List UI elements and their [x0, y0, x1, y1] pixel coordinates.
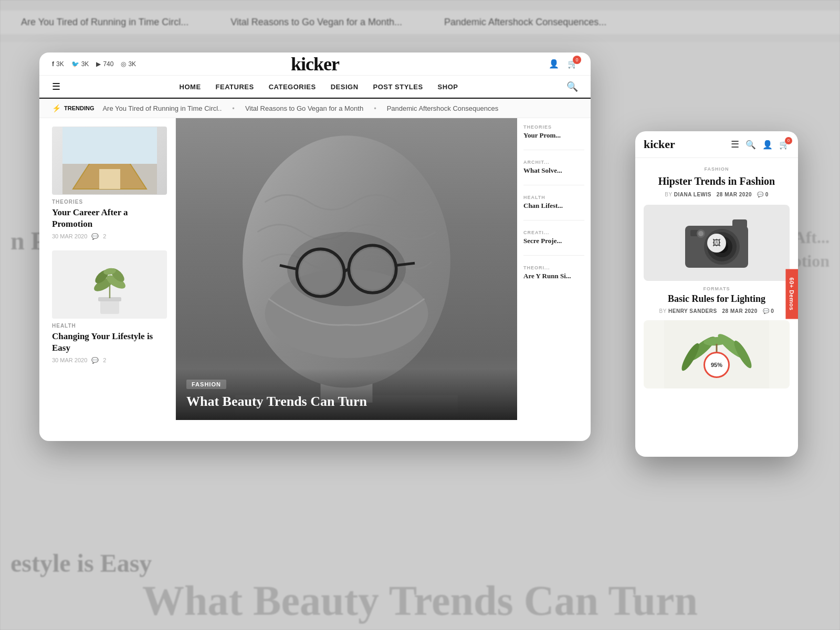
- svg-point-38: [698, 231, 704, 236]
- mobile-featured-title[interactable]: Hipster Trends in Fashion: [644, 175, 790, 187]
- mobile-nav-icons: ☰ 🔍 👤 🛒 0: [731, 139, 790, 150]
- trending-item-2[interactable]: Vital Reasons to Go Vegan for a Month: [245, 104, 363, 112]
- trending-text: TRENDING: [64, 105, 94, 111]
- right-cat-3: HEALTH: [523, 195, 584, 200]
- nav-links: HOME FEATURES CATEGORIES DESIGN POST STY…: [71, 83, 566, 91]
- mobile-plant-image: 95%: [644, 320, 790, 388]
- nav-post-styles[interactable]: POST STYLES: [373, 83, 423, 91]
- mobile-camera-article-category: FORMATS: [644, 286, 790, 291]
- svg-rect-4: [62, 127, 157, 164]
- user-icon[interactable]: 👤: [549, 59, 559, 69]
- youtube-icon: ▶: [96, 60, 101, 68]
- instagram-icon: ◎: [121, 60, 126, 68]
- percent-badge: 95%: [704, 352, 730, 378]
- nav-features[interactable]: FEATURES: [216, 83, 254, 91]
- twitter-icon: 🐦: [71, 60, 79, 68]
- mobile-cart-wrapper[interactable]: 🛒 0: [779, 140, 790, 150]
- desktop-main-content: THEORIES Your Career After a Promotion 3…: [39, 118, 591, 420]
- bg-bottom-heading: estyle is Easy: [10, 549, 152, 578]
- bg-large-heading: What Beauty Trends Can Turn: [0, 577, 840, 630]
- twitter-link[interactable]: 🐦 3K: [71, 60, 89, 68]
- triangle-building-svg: [62, 127, 157, 194]
- lifestyle-article-image: [52, 250, 167, 319]
- nav-home[interactable]: HOME: [180, 83, 201, 91]
- article-card-career: THEORIES Your Career After a Promotion 3…: [52, 127, 167, 240]
- svg-rect-30: [732, 219, 747, 228]
- nav-categories[interactable]: CATEGORIES: [269, 83, 316, 91]
- lifestyle-article-date: 30 MAR 2020: [52, 357, 87, 364]
- featured-title[interactable]: What Beauty Trends Can Turn: [186, 393, 507, 410]
- right-title-3[interactable]: Chan Lifest...: [523, 202, 584, 211]
- career-article-comments: 2: [103, 233, 106, 240]
- trending-item-3[interactable]: Pandemic Aftershock Consequences: [387, 104, 498, 112]
- mobile-user-icon[interactable]: 👤: [762, 140, 773, 150]
- mobile-content: FASHION Hipster Trends in Fashion BY DIA…: [635, 158, 798, 454]
- trending-dot-2: •: [374, 104, 376, 112]
- youtube-count: 740: [103, 60, 113, 68]
- left-column: THEORIES Your Career After a Promotion 3…: [39, 118, 176, 420]
- career-article-title[interactable]: Your Career After a Promotion: [52, 207, 167, 230]
- mobile-camera-article-title[interactable]: Basic Rules for Lighting: [644, 293, 790, 305]
- career-article-category: THEORIES: [52, 199, 167, 205]
- trending-bar: ⚡ TRENDING Are You Tired of Running in T…: [39, 99, 591, 118]
- mobile-camera-date: 28 MAR 2020: [722, 308, 758, 314]
- instagram-link[interactable]: ◎ 3K: [121, 60, 136, 68]
- right-title-4[interactable]: Secre Proje...: [523, 237, 584, 246]
- lifestyle-comment-icon: 💬: [91, 357, 99, 364]
- bg-ticker-item-1: Are You Tired of Running in Time Circl..…: [21, 17, 188, 28]
- svg-rect-6: [100, 299, 119, 314]
- social-links: f 3K 🐦 3K ▶ 740 ◎ 3K: [52, 60, 136, 68]
- right-title-1[interactable]: Your Prom...: [523, 131, 584, 140]
- svg-point-27: [352, 248, 393, 290]
- plant-svg: [73, 253, 146, 316]
- article-card-lifestyle: HEALTH Changing Your Lifestyle is Easy 3…: [52, 250, 167, 364]
- right-article-3: HEALTH Chan Lifest...: [523, 195, 584, 220]
- right-article-1: THEORIES Your Prom...: [523, 124, 584, 150]
- mobile-modal: kicker ☰ 🔍 👤 🛒 0 FASHION Hipster Trends …: [635, 131, 798, 457]
- right-cat-1: THEORIES: [523, 124, 584, 130]
- right-title-5[interactable]: Are Y Runn Si...: [523, 272, 584, 281]
- trending-bolt-icon: ⚡: [52, 104, 61, 112]
- demos-tab[interactable]: 60+ Demos: [786, 269, 798, 319]
- career-comment-icon: 💬: [91, 233, 99, 240]
- mobile-featured-date: 28 MAR 2020: [717, 192, 752, 197]
- featured-overlay: FASHION What Beauty Trends Can Turn: [176, 369, 517, 420]
- facebook-icon: f: [52, 60, 54, 68]
- right-cat-2: ARCHIT...: [523, 160, 584, 165]
- lifestyle-article-category: HEALTH: [52, 323, 167, 329]
- mobile-camera-image: 🖼: [644, 205, 790, 281]
- trending-label: ⚡ TRENDING: [52, 104, 94, 112]
- svg-rect-3: [99, 169, 120, 189]
- nav-design[interactable]: DESIGN: [331, 83, 359, 91]
- search-icon[interactable]: 🔍: [566, 81, 578, 92]
- bg-ticker-item-2: Vital Reasons to Go Vegan for a Month...: [230, 17, 402, 28]
- hamburger-menu-icon[interactable]: ☰: [52, 81, 60, 92]
- featured-category-badge: FASHION: [186, 380, 226, 389]
- mobile-search-icon[interactable]: 🔍: [746, 140, 756, 150]
- trending-item-1[interactable]: Are You Tired of Running in Time Circl..: [102, 104, 222, 112]
- mobile-camera-author: HENRY SANDERS: [668, 308, 717, 314]
- desktop-logo[interactable]: kicker: [291, 53, 339, 75]
- career-article-image: [52, 127, 167, 195]
- facebook-link[interactable]: f 3K: [52, 60, 64, 68]
- mobile-logo[interactable]: kicker: [644, 138, 731, 151]
- right-title-2[interactable]: What Solve...: [523, 166, 584, 175]
- photo-icon: 🖼: [707, 234, 726, 253]
- career-article-meta: 30 MAR 2020 💬 2: [52, 233, 167, 240]
- center-featured-column: FASHION What Beauty Trends Can Turn: [176, 118, 517, 420]
- right-cat-5: THEORI...: [523, 265, 584, 270]
- nav-shop[interactable]: SHOP: [438, 83, 458, 91]
- mobile-featured-byline: BY DIANA LEWIS 28 MAR 2020 💬 0: [644, 192, 790, 197]
- mobile-featured-category: FASHION: [644, 166, 790, 172]
- lifestyle-article-title[interactable]: Changing Your Lifestyle is Easy: [52, 331, 167, 354]
- career-article-date: 30 MAR 2020: [52, 233, 87, 240]
- svg-point-26: [300, 252, 341, 293]
- lifestyle-article-comments: 2: [103, 357, 106, 364]
- cart-badge: 0: [573, 56, 581, 64]
- mobile-featured-author: DIANA LEWIS: [674, 192, 711, 197]
- right-cat-4: CREATI...: [523, 230, 584, 235]
- youtube-link[interactable]: ▶ 740: [96, 60, 113, 68]
- mobile-hamburger-icon[interactable]: ☰: [731, 139, 739, 150]
- desktop-nav: ☰ HOME FEATURES CATEGORIES DESIGN POST S…: [39, 76, 591, 99]
- cart-icon-wrapper[interactable]: 🛒 0: [568, 59, 578, 69]
